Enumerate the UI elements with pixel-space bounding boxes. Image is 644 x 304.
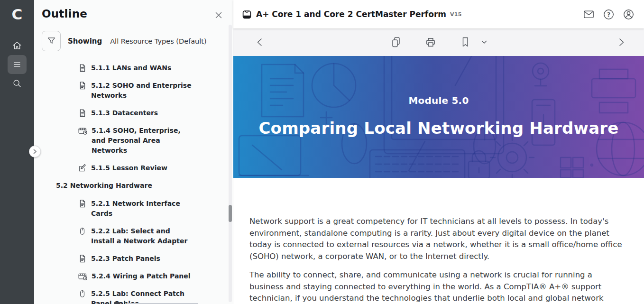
outline-item[interactable]: 5.1.2 SOHO and Enterprise Networks <box>56 81 205 101</box>
outline-panel: Outline Showing All Resource Types (Defa… <box>34 0 233 304</box>
filter-value: All Resource Types (Default) <box>110 37 206 45</box>
bookmark-menu-button[interactable] <box>481 40 487 44</box>
outline-item-label: 5.2.2 Lab: Select and Install a Network … <box>91 226 193 246</box>
toolbar <box>233 28 644 56</box>
version-badge: V15 <box>450 11 462 18</box>
body-paragraph: Network support is a great competency fo… <box>249 216 623 262</box>
mail-icon <box>583 9 595 20</box>
module-label: Module 5.0 <box>233 95 644 106</box>
previous-page-button[interactable] <box>256 38 263 46</box>
outline-item-label: 5.1.2 SOHO and Enterprise Networks <box>91 81 193 101</box>
help-icon: ? <box>603 9 615 20</box>
app-window: C Outline <box>0 0 644 304</box>
lab-icon <box>78 226 87 236</box>
account-icon <box>623 9 635 20</box>
copy-button[interactable] <box>390 36 402 48</box>
filter-icon <box>46 36 56 46</box>
outline-item[interactable]: 5.1.1 LANs and WANs <box>56 63 205 73</box>
outline-scrollbar-thumb[interactable] <box>229 205 232 222</box>
video-icon <box>78 271 88 281</box>
module-banner: Module 5.0 Comparing Local Networking Ha… <box>233 56 644 178</box>
outline-menu-button[interactable] <box>8 55 27 74</box>
outline-item[interactable]: 5.1.3 Datacenters <box>56 108 205 118</box>
outline-title: Outline <box>42 8 87 20</box>
close-icon <box>214 10 223 20</box>
outline-item[interactable]: 5.2.4 Wiring a Patch Panel <box>56 271 205 281</box>
print-icon <box>424 36 437 48</box>
outline-item[interactable]: 5.2.3 Patch Panels <box>56 254 205 264</box>
help-button[interactable]: ? <box>603 9 615 20</box>
bookmark-button[interactable] <box>460 36 471 48</box>
outline-item[interactable]: 5.1.4 SOHO, Enterprise, and Personal Are… <box>56 126 205 156</box>
main-header: A+ Core 1 and Core 2 CertMaster Perform … <box>233 0 644 28</box>
outline-item-partial[interactable] <box>112 302 216 304</box>
filter-showing-label: Showing <box>68 37 102 46</box>
bookmark-icon <box>460 36 471 48</box>
document-icon <box>78 108 87 118</box>
filter-button[interactable] <box>42 31 61 51</box>
messages-button[interactable] <box>583 9 595 20</box>
banner-pattern <box>233 56 644 178</box>
svg-text:?: ? <box>607 10 611 18</box>
chevron-right-icon <box>33 149 37 154</box>
document-icon <box>78 81 87 91</box>
body-paragraph: The ability to connect, share, and commu… <box>249 269 623 304</box>
document-icon <box>78 254 87 264</box>
chevron-right-icon <box>618 38 625 46</box>
book-icon <box>242 9 252 19</box>
search-icon <box>12 78 22 89</box>
main-area: A+ Core 1 and Core 2 CertMaster Perform … <box>233 0 644 304</box>
comptia-logo[interactable]: C <box>12 4 23 25</box>
outline-item-label: 5.1.4 SOHO, Enterprise, and Personal Are… <box>92 126 193 156</box>
outline-section-header[interactable]: 5.2 Networking Hardware <box>56 181 205 191</box>
document-icon <box>78 63 87 73</box>
content-area: Network support is a great competency fo… <box>233 178 644 304</box>
outline-item-label: 5.1.5 Lesson Review <box>91 163 167 173</box>
course-title: A+ Core 1 and Core 2 CertMaster Perform <box>256 9 446 19</box>
account-button[interactable] <box>623 9 635 20</box>
expand-panel-button[interactable] <box>29 146 41 157</box>
outline-list: 5.1.1 LANs and WANs5.1.2 SOHO and Enterp… <box>34 63 233 304</box>
home-icon <box>12 40 22 51</box>
outline-item-label: 5.2.4 Wiring a Patch Panel <box>92 271 191 281</box>
module-title: Comparing Local Networking Hardware <box>233 119 644 138</box>
chevron-left-icon <box>256 38 263 46</box>
outline-item-label: 5.1.3 Datacenters <box>91 108 158 118</box>
outline-item-label: 5.1.1 LANs and WANs <box>91 63 171 73</box>
document-icon <box>78 199 87 209</box>
lab-icon <box>78 289 87 299</box>
outline-scrollbar-track[interactable] <box>229 25 232 302</box>
outline-item-label: 5.2 Networking Hardware <box>56 181 152 191</box>
document-icon <box>114 302 120 304</box>
outline-item[interactable]: 5.1.5 Lesson Review <box>56 163 205 173</box>
outline-item-label: 5.2.3 Patch Panels <box>91 254 160 264</box>
copy-icon <box>390 36 402 48</box>
outline-item[interactable]: 5.2.1 Network Interface Cards <box>56 199 205 219</box>
next-page-button[interactable] <box>618 38 625 46</box>
outline-item-label: 5.2.1 Network Interface Cards <box>91 199 193 219</box>
print-button[interactable] <box>424 36 437 48</box>
search-button[interactable] <box>8 74 27 93</box>
menu-icon <box>12 59 22 70</box>
close-outline-button[interactable] <box>214 10 223 20</box>
chevron-down-icon <box>481 40 487 44</box>
video-icon <box>78 126 88 136</box>
home-button[interactable] <box>8 36 27 55</box>
edit-icon <box>78 163 87 173</box>
outline-item[interactable]: 5.2.2 Lab: Select and Install a Network … <box>56 226 205 246</box>
